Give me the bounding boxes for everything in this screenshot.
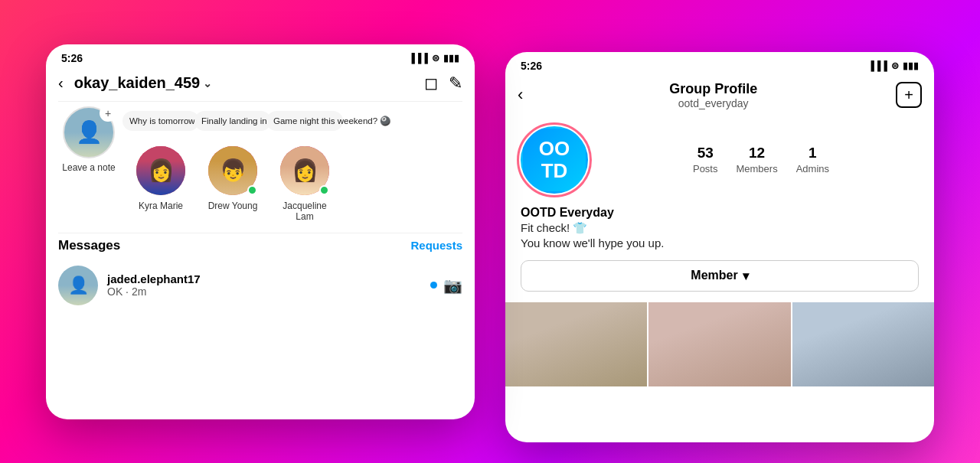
avatar-self-wrap: 👤 + (63, 106, 115, 158)
stat-admins: 1 Admins (796, 145, 829, 175)
posts-count: 53 (693, 145, 718, 161)
add-to-group-button[interactable]: + (896, 82, 922, 108)
battery-icon: ▮▮▮ (443, 53, 459, 64)
battery-icon-r: ▮▮▮ (903, 60, 919, 71)
photo-cell-3[interactable] (792, 302, 934, 386)
add-note-icon[interactable]: + (100, 105, 116, 122)
bubble-kyra: Why is tomorrow Monday!? 🤨 (122, 111, 199, 132)
avatar-jacqueline-wrap: 👩 (279, 145, 331, 197)
msg-avatar-0: 👤 (58, 266, 98, 305)
edit-icon[interactable]: ✎ (449, 73, 462, 93)
time-right: 5:26 (521, 60, 542, 72)
signal-icon-r: ▐▐▐ (867, 60, 887, 71)
group-profile-sub: ootd_everyday (531, 97, 896, 109)
note-item-jacqueline[interactable]: Game night this weekend? 🎱 👩 Jacqueline … (274, 145, 335, 222)
group-profile-header: ‹ Group Profile ootd_everyday + (505, 75, 934, 117)
dm-header: ‹ okay_kaiden_459 ⌄ ◻ ✎ (46, 67, 475, 101)
chevron-down-icon[interactable]: ⌄ (203, 77, 212, 90)
dm-header-icons: ◻ ✎ (424, 73, 462, 93)
video-icon[interactable]: ◻ (424, 73, 438, 93)
status-bar-left: 5:26 ▐▐▐ ⊜ ▮▮▮ (46, 44, 475, 67)
note-jacqueline-label: Jacqueline Lam (274, 201, 335, 222)
group-info-row: OOTD 53 Posts 12 Members 1 Admins (505, 117, 934, 203)
note-drew-label: Drew Young (208, 201, 258, 211)
bubble-drew: Finally landing in NYC! ❤️ (194, 111, 271, 132)
msg-username-0: jaded.elephant17 (107, 272, 421, 285)
unread-dot (430, 282, 437, 289)
members-count: 12 (736, 145, 777, 161)
avatar-kyra: 👩 (135, 145, 187, 197)
avatar-drew-wrap: 👦 (207, 145, 259, 197)
online-indicator-drew (247, 185, 257, 195)
online-indicator-jacqueline (319, 185, 329, 195)
group-profile-title: Group Profile (531, 81, 896, 97)
dm-header-title: okay_kaiden_459 ⌄ (74, 74, 416, 92)
note-item-self[interactable]: 👤 + Leave a note (58, 106, 119, 222)
messages-title: Messages (58, 238, 120, 253)
group-desc-1: Fit check! 👕 (521, 221, 919, 235)
wifi-icon: ⊜ (432, 53, 439, 64)
left-phone-card: 5:26 ▐▐▐ ⊜ ▮▮▮ ‹ okay_kaiden_459 ⌄ ◻ ✎ 👤… (46, 44, 475, 419)
time-left: 5:26 (61, 52, 83, 64)
message-row-0[interactable]: 👤 jaded.elephant17 OK · 2m 📷 (46, 258, 475, 313)
plus-square-icon: + (904, 86, 913, 104)
status-icons-left: ▐▐▐ ⊜ ▮▮▮ (408, 53, 459, 64)
posts-label: Posts (693, 163, 718, 174)
notes-row: 👤 + Leave a note Why is tomorrow Monday!… (46, 102, 475, 233)
members-label: Members (736, 163, 777, 174)
wifi-icon-r: ⊜ (891, 60, 899, 71)
group-bio: OOTD Everyday Fit check! 👕 You know we'l… (505, 203, 934, 260)
back-button[interactable]: ‹ (518, 85, 523, 105)
note-item-drew[interactable]: Finally landing in NYC! ❤️ 👦 Drew Young (202, 145, 263, 222)
member-chevron-icon: ▾ (743, 269, 749, 283)
signal-icon: ▐▐▐ (408, 53, 428, 64)
messages-header: Messages Requests (46, 233, 475, 258)
member-button[interactable]: Member ▾ (521, 260, 919, 292)
note-item-kyra[interactable]: Why is tomorrow Monday!? 🤨 👩 Kyra Marie (130, 145, 191, 222)
photo-cell-1[interactable] (505, 302, 647, 386)
group-display-name: OOTD Everyday (521, 206, 919, 220)
group-desc-2: You know we'll hype you up. (521, 236, 919, 249)
back-arrow-icon[interactable]: ‹ (58, 74, 64, 92)
member-label: Member (691, 269, 737, 282)
kyra-face: 👩 (136, 146, 185, 195)
status-bar-right: 5:26 ▐▐▐ ⊜ ▮▮▮ (505, 52, 934, 75)
stat-posts: 53 Posts (693, 145, 718, 175)
right-phone-card: 5:26 ▐▐▐ ⊜ ▮▮▮ ‹ Group Profile ootd_ever… (505, 52, 934, 442)
status-icons-right: ▐▐▐ ⊜ ▮▮▮ (867, 60, 919, 71)
group-header-center: Group Profile ootd_everyday (531, 81, 896, 109)
note-self-label: Leave a note (62, 162, 115, 173)
msg-actions-0: 📷 (430, 276, 462, 295)
requests-link[interactable]: Requests (410, 239, 462, 252)
stat-members: 12 Members (736, 145, 777, 175)
admins-count: 1 (796, 145, 829, 161)
msg-info-0: jaded.elephant17 OK · 2m (107, 272, 421, 298)
username-title: okay_kaiden_459 (74, 74, 201, 92)
note-kyra-label: Kyra Marie (139, 201, 183, 211)
group-stats: 53 Posts 12 Members 1 Admins (603, 145, 919, 175)
msg-preview-0: OK · 2m (107, 285, 421, 298)
bubble-jacqueline: Game night this weekend? 🎱 (266, 111, 343, 132)
group-avatar: OOTD (521, 126, 588, 194)
photo-cell-2[interactable] (648, 302, 790, 386)
camera-icon[interactable]: 📷 (443, 276, 462, 295)
avatar-kyra-wrap: 👩 (135, 145, 187, 197)
admins-label: Admins (796, 163, 829, 174)
photo-grid (505, 302, 934, 386)
